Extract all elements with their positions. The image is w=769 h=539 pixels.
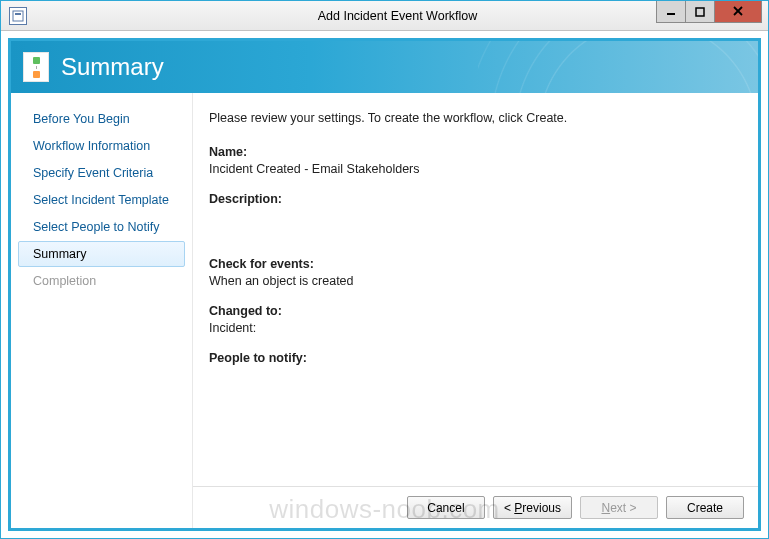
- check-events-label: Check for events:: [209, 257, 736, 271]
- banner-title: Summary: [61, 53, 164, 81]
- nav-before-you-begin[interactable]: Before You Begin: [18, 106, 185, 132]
- svg-rect-1: [15, 13, 21, 15]
- titlebar: Add Incident Event Workflow: [1, 1, 768, 31]
- description-value: [209, 209, 736, 225]
- changed-to-label: Changed to:: [209, 304, 736, 318]
- nav-specify-event-criteria[interactable]: Specify Event Criteria: [18, 160, 185, 186]
- description-label: Description:: [209, 192, 736, 206]
- changed-to-value: Incident:: [209, 321, 736, 337]
- svg-rect-3: [696, 8, 704, 16]
- close-button[interactable]: [714, 1, 762, 23]
- workflow-icon: [23, 52, 49, 82]
- intro-text: Please review your settings. To create t…: [209, 111, 736, 125]
- check-events-value: When an object is created: [209, 274, 736, 290]
- cancel-button[interactable]: Cancel: [407, 496, 485, 519]
- nav-completion: Completion: [18, 268, 185, 294]
- wizard-frame: Summary Before You Begin Workflow Inform…: [8, 38, 761, 531]
- app-icon: [9, 7, 27, 25]
- window-controls: [657, 1, 762, 23]
- people-to-notify-value: [209, 368, 736, 384]
- nav-select-incident-template[interactable]: Select Incident Template: [18, 187, 185, 213]
- svg-rect-0: [13, 11, 23, 21]
- name-label: Name:: [209, 145, 736, 159]
- summary-content: Please review your settings. To create t…: [193, 93, 758, 486]
- people-to-notify-label: People to notify:: [209, 351, 736, 365]
- nav-summary[interactable]: Summary: [18, 241, 185, 267]
- create-button[interactable]: Create: [666, 496, 744, 519]
- next-button: Next >: [580, 496, 658, 519]
- minimize-button[interactable]: [656, 1, 686, 23]
- wizard-nav: Before You Begin Workflow Information Sp…: [11, 93, 193, 528]
- nav-workflow-information[interactable]: Workflow Information: [18, 133, 185, 159]
- banner: Summary: [11, 41, 758, 93]
- button-bar: Cancel < Previous Next > Create: [193, 486, 758, 528]
- nav-select-people-to-notify[interactable]: Select People to Notify: [18, 214, 185, 240]
- name-value: Incident Created - Email Stakeholders: [209, 162, 736, 178]
- maximize-button[interactable]: [685, 1, 715, 23]
- previous-button[interactable]: < Previous: [493, 496, 572, 519]
